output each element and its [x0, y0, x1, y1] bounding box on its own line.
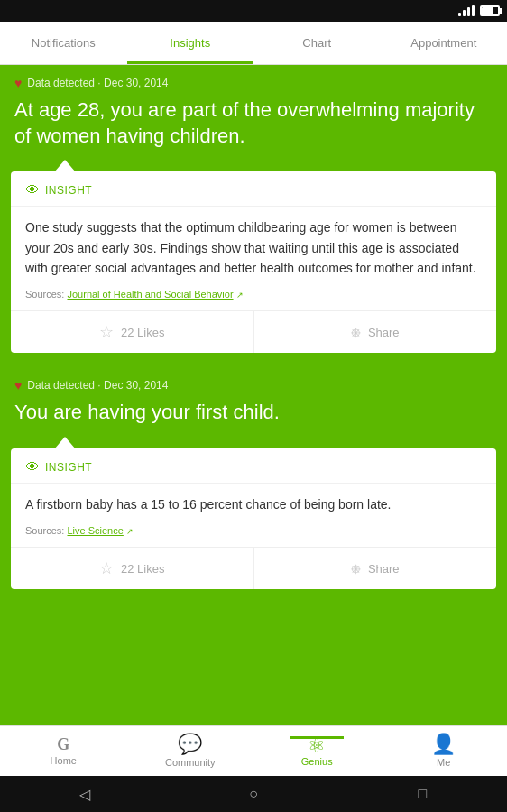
- tab-appointment[interactable]: Appointment: [381, 22, 508, 64]
- headline-1: At age 28, you are part of the overwhelm…: [0, 94, 507, 160]
- nav-me-label: Me: [437, 757, 450, 768]
- card-description-1: One study suggests that the optimum chil…: [25, 217, 482, 278]
- tab-notifications-label: Notifications: [32, 36, 96, 50]
- data-detected-text-1: Data detected · Dec 30, 2014: [27, 77, 168, 89]
- recent-button[interactable]: □: [409, 785, 436, 803]
- nav-home[interactable]: G Home: [0, 726, 127, 776]
- likes-label-2: 22 Likes: [121, 562, 164, 576]
- headline-2: You are having your first child.: [0, 396, 507, 437]
- nav-genius-label: Genius: [301, 756, 333, 767]
- tab-bar: Notifications Insights Chart Appointment: [0, 22, 507, 65]
- data-detected-text-2: Data detected · Dec 30, 2014: [27, 379, 168, 392]
- nav-community-label: Community: [165, 757, 216, 768]
- tab-chart[interactable]: Chart: [254, 22, 381, 64]
- nav-home-label: Home: [51, 755, 77, 766]
- card-1: 👁 Insight One study suggests that the op…: [11, 171, 496, 353]
- me-icon: 👤: [431, 734, 456, 754]
- star-icon-1: ☆: [99, 322, 114, 342]
- card-body-2: A firstborn baby has a 15 to 16 percent …: [11, 484, 496, 547]
- source-link-1[interactable]: Journal of Health and Social Behavior: [67, 289, 233, 300]
- tab-insights-label: Insights: [170, 36, 210, 50]
- tab-appointment-label: Appointment: [410, 36, 476, 50]
- share-button-1[interactable]: ⎈ Share: [254, 311, 497, 353]
- sources-label-2: Sources:: [25, 525, 64, 536]
- battery-icon: [480, 5, 500, 16]
- tab-insights[interactable]: Insights: [127, 22, 254, 64]
- data-detected-1: ♥ Data detected · Dec 30, 2014: [0, 65, 507, 94]
- likes-label-1: 22 Likes: [121, 326, 164, 339]
- content-area: ♥ Data detected · Dec 30, 2014 At age 28…: [0, 65, 507, 725]
- home-sys-icon: ○: [249, 786, 258, 802]
- eye-icon-2: 👁: [25, 459, 40, 475]
- card-description-2: A firstborn baby has a 15 to 16 percent …: [25, 494, 482, 514]
- insight-text-2: Insight: [45, 461, 92, 474]
- insight-label-1: 👁 Insight: [11, 171, 496, 207]
- card-pointer-2: [54, 437, 76, 449]
- home-icon: G: [57, 736, 69, 752]
- status-bar: [0, 0, 507, 22]
- eye-icon-1: 👁: [25, 182, 40, 198]
- star-icon-2: ☆: [99, 558, 114, 578]
- wifi-icon: [458, 5, 475, 16]
- nav-genius[interactable]: ⚛ Genius: [254, 726, 381, 776]
- share-label-1: Share: [368, 326, 400, 339]
- recent-icon: □: [418, 786, 427, 802]
- like-button-1[interactable]: ☆ 22 Likes: [11, 311, 254, 353]
- back-icon: ◁: [79, 786, 90, 803]
- home-button[interactable]: ○: [240, 785, 267, 803]
- insight-section-2: ♥ Data detected · Dec 30, 2014 You are h…: [0, 367, 507, 604]
- external-icon-2: ↗: [126, 527, 134, 536]
- back-button[interactable]: ◁: [71, 785, 98, 803]
- share-icon-1: ⎈: [351, 323, 361, 342]
- heart-icon-1: ♥: [14, 76, 22, 90]
- insight-label-2: 👁 Insight: [11, 448, 496, 484]
- sources-label-1: Sources:: [25, 289, 64, 300]
- card-actions-2: ☆ 22 Likes ⎈ Share: [11, 547, 496, 589]
- share-button-2[interactable]: ⎈ Share: [254, 548, 497, 589]
- genius-icon: ⚛: [308, 736, 326, 756]
- source-link-2[interactable]: Live Science: [67, 525, 123, 536]
- tab-notifications[interactable]: Notifications: [0, 22, 127, 64]
- share-icon-2: ⎈: [351, 559, 361, 578]
- external-icon-1: ↗: [236, 291, 244, 300]
- nav-me[interactable]: 👤 Me: [381, 726, 508, 776]
- card-2: 👁 Insight A firstborn baby has a 15 to 1…: [11, 448, 496, 589]
- card-body-1: One study suggests that the optimum chil…: [11, 207, 496, 310]
- bottom-nav: G Home 💬 Community ⚛ Genius 👤 Me: [0, 725, 507, 776]
- insight-section-1: ♥ Data detected · Dec 30, 2014 At age 28…: [0, 65, 507, 367]
- share-label-2: Share: [368, 562, 400, 576]
- heart-icon-2: ♥: [14, 378, 22, 392]
- system-nav: ◁ ○ □: [0, 776, 507, 812]
- sources-line-2: Sources: Live Science ↗: [25, 525, 482, 536]
- insight-text-1: Insight: [45, 184, 92, 197]
- like-button-2[interactable]: ☆ 22 Likes: [11, 548, 254, 589]
- card-pointer-1: [54, 160, 76, 172]
- nav-community[interactable]: 💬 Community: [127, 726, 254, 776]
- community-icon: 💬: [178, 734, 202, 754]
- card-actions-1: ☆ 22 Likes ⎈ Share: [11, 310, 496, 353]
- data-detected-2: ♥ Data detected · Dec 30, 2014: [0, 367, 507, 396]
- tab-chart-label: Chart: [302, 36, 331, 50]
- sources-line-1: Sources: Journal of Health and Social Be…: [25, 289, 482, 300]
